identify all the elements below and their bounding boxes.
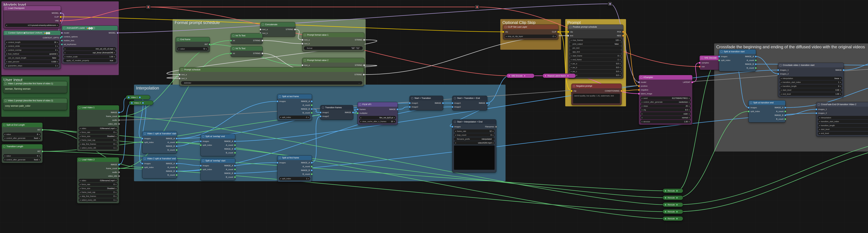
collapse-toggle-icon[interactable] — [304, 59, 306, 61]
node-header[interactable]: Video 2 split at 'transition' end — [142, 156, 177, 161]
audio-output-port[interactable] — [118, 119, 120, 121]
node-header[interactable]: Split at 'overlap' start — [201, 158, 235, 163]
node-header[interactable]: Prompt format value 1 — [302, 33, 364, 37]
collapse-toggle-icon[interactable] — [279, 95, 281, 97]
IMAGE_B-output-port[interactable] — [176, 145, 178, 147]
clip-input-port[interactable] — [567, 31, 569, 33]
collapsed-out-port[interactable] — [676, 204, 678, 206]
LATENT-output-port[interactable] — [691, 81, 693, 83]
widget-split_index[interactable]: split_index-1 — [279, 116, 310, 119]
A_count-output-port[interactable] — [176, 141, 178, 143]
STRING-output-port[interactable] — [261, 39, 264, 41]
node-int-to-text-2[interactable]: Int To TextintSTRING — [231, 46, 262, 57]
collapsed-in-port[interactable] — [664, 218, 666, 220]
widget-print_output[interactable]: print_outputfalse — [569, 42, 622, 46]
widget-skip_first_frames[interactable]: skip_first_frames0 — [79, 195, 118, 198]
INT-output-port[interactable] — [41, 129, 43, 131]
positive-input-port[interactable] — [638, 85, 640, 87]
node-latent-pill[interactable]: Repeat Latent Batch — [543, 74, 576, 78]
node-split-end-length[interactable]: Split at End LengthINTvalue8control_afte… — [2, 123, 42, 141]
node-header[interactable]: Split at End Length — [2, 123, 42, 127]
INT-output-port[interactable] — [209, 43, 211, 45]
split_index-input-port[interactable] — [142, 141, 144, 143]
A_count-output-port[interactable] — [234, 169, 236, 170]
images_2-input-port[interactable] — [777, 73, 779, 75]
node-animatediff-loader[interactable]: AnimateDiff Loader 🎭🅐🅓①modelMODELcontext… — [62, 26, 118, 64]
collapsed-in-port[interactable] — [664, 190, 666, 192]
collapse-toggle-icon[interactable] — [79, 107, 81, 109]
collapsed-out-port[interactable] — [676, 211, 678, 213]
collapsed-out-port[interactable] — [139, 96, 141, 98]
node-header[interactable]: Context Options◆Standard Uniform 🎭🅐🅓 — [3, 31, 61, 35]
widget-combo[interactable]: video/h264-mp4 — [454, 141, 495, 145]
collapse-toggle-icon[interactable] — [232, 35, 235, 37]
INT-output-port[interactable] — [41, 150, 43, 152]
widget-stop_at_clip_layer[interactable]: stop_at_clip_layer-1 — [505, 35, 557, 38]
collapse-toggle-icon[interactable] — [721, 51, 722, 53]
node-transition-length[interactable]: Transition LengthINTvalue9control_after_… — [2, 144, 42, 163]
images_2-input-port[interactable] — [815, 112, 817, 114]
collapse-toggle-icon[interactable] — [304, 34, 306, 36]
widget-seed[interactable]: seed812706845278611 — [641, 96, 691, 100]
B_count-output-port[interactable] — [176, 149, 178, 151]
node-r-vae-2[interactable] — [475, 5, 479, 9]
widget-start_level[interactable]: start_level0.00 — [780, 88, 842, 92]
collapse-toggle-icon[interactable] — [5, 32, 7, 34]
widget-control_after_generate[interactable]: control_after_generatefixed — [3, 137, 41, 140]
node-header[interactable]: Video 2 prompt (describe first frame of … — [3, 98, 67, 103]
image2-input-port[interactable] — [319, 115, 321, 117]
widget-combo[interactable]: euler — [641, 112, 691, 116]
node-split-v1-start[interactable]: Video 1 split at 'transition' startimage… — [142, 132, 177, 153]
B_count-output-port[interactable] — [234, 152, 236, 154]
node-header[interactable]: Video 1 prompt (describe first frame of … — [3, 81, 67, 86]
widget-delimiter[interactable]: delimiter, — [181, 81, 362, 85]
B_count-output-port[interactable] — [234, 176, 236, 178]
collapse-toggle-icon[interactable] — [569, 26, 571, 28]
widget-frame_load_cap[interactable]: frame_load_cap0 — [79, 138, 118, 142]
widget-cfg[interactable]: cfg8.0 — [641, 108, 691, 112]
collapsed-out-port[interactable] — [524, 75, 526, 77]
node-header[interactable]: FILM VFI — [358, 102, 398, 107]
collapse-toggle-icon[interactable] — [79, 159, 81, 161]
node-header[interactable]: Prompt schedule — [180, 67, 364, 72]
collapsed-in-port[interactable] — [131, 102, 133, 104]
widget-clear_cache_after_n_frames[interactable]: clear_cache_after_n_frames10 — [359, 120, 396, 123]
node-start-plus-transition[interactable]: Start + Transitionimage1IMAGEimage2 — [410, 96, 443, 110]
A_count-output-port[interactable] — [234, 144, 236, 146]
STRING-output-port[interactable] — [363, 74, 365, 76]
widget-start_percent[interactable]: start_percent0.000 — [5, 60, 59, 63]
IMAGE-output-port[interactable] — [118, 164, 120, 166]
node-pill-b4[interactable]: Reroute — [663, 209, 683, 214]
collapsed-out-port[interactable] — [142, 102, 144, 104]
node-split-cf-end[interactable]: Split at transition endimagesIMAGE_Aspli… — [749, 100, 785, 122]
widget-combo[interactable]: mm_sd_v15_v2.ckpt — [63, 47, 116, 51]
collapsed-in-port[interactable] — [664, 204, 666, 206]
frames-input-port[interactable] — [357, 109, 359, 110]
frame_count-output-port[interactable] — [118, 115, 120, 117]
collapse-toggle-icon[interactable] — [454, 121, 456, 123]
collapsed-in-port[interactable] — [664, 211, 666, 213]
STRING-output-port[interactable] — [294, 29, 296, 30]
images-input-port[interactable] — [452, 126, 454, 128]
audio-output-port[interactable] — [118, 171, 120, 173]
A_count-output-port[interactable] — [755, 59, 757, 61]
samples-input-port[interactable] — [699, 62, 701, 64]
text_b-input-port[interactable] — [179, 78, 181, 79]
image1-input-port[interactable] — [409, 102, 411, 104]
IMAGE_A-output-port[interactable] — [234, 140, 236, 142]
node-pill-b2[interactable]: Reroute — [663, 196, 683, 200]
collapsed-in-port[interactable] — [664, 197, 666, 199]
images-input-port[interactable] — [277, 100, 278, 103]
images-input-port[interactable] — [142, 163, 144, 165]
widget-split_index[interactable]: split_index1 — [279, 177, 310, 180]
IMAGE-output-port[interactable] — [118, 112, 120, 113]
IMAGE-output-port[interactable] — [352, 112, 354, 113]
NEG-output-port[interactable] — [622, 35, 624, 37]
collapsed-in-port[interactable] — [128, 96, 130, 98]
widget-pre_text[interactable]: pre_text — [569, 46, 622, 50]
IMAGE-output-port[interactable] — [486, 102, 488, 104]
negative-input-port[interactable] — [638, 89, 640, 91]
images-input-port[interactable] — [142, 138, 144, 140]
node-pos-prompt-schedule[interactable]: Positive prompt scheduleclipPOStextNEGma… — [568, 25, 623, 79]
widget-combo[interactable]: v1-5-pruned-emaonly.safetensors — [5, 24, 59, 27]
